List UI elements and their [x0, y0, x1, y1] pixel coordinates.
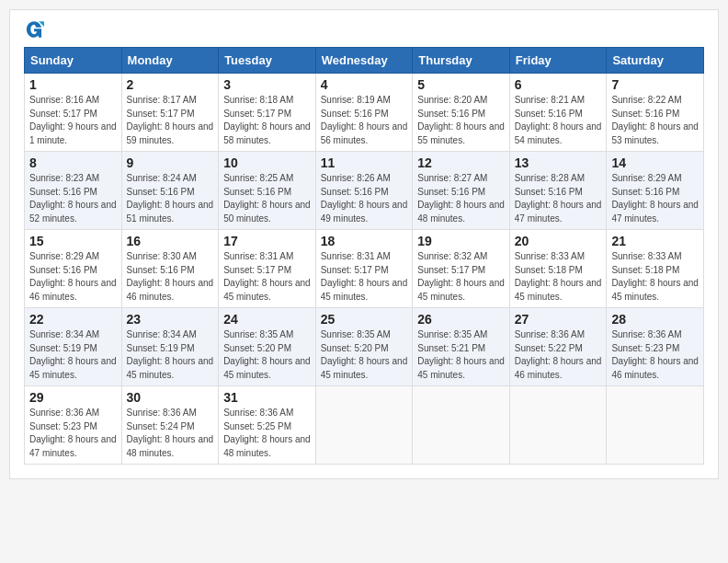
day-number: 21: [611, 234, 699, 248]
day-info: Sunrise: 8:31 AMSunset: 5:17 PMDaylight:…: [223, 250, 311, 304]
day-info: Sunrise: 8:35 AMSunset: 5:20 PMDaylight:…: [223, 328, 311, 382]
day-info: Sunrise: 8:36 AMSunset: 5:25 PMDaylight:…: [223, 407, 311, 460]
calendar-week-row: 22 Sunrise: 8:34 AMSunset: 5:19 PMDaylig…: [25, 308, 704, 386]
day-info: Sunrise: 8:29 AMSunset: 5:16 PMDaylight:…: [611, 172, 699, 225]
calendar-cell: 2 Sunrise: 8:17 AMSunset: 5:17 PMDayligh…: [121, 74, 219, 152]
day-number: 7: [611, 77, 699, 92]
day-info: Sunrise: 8:27 AMSunset: 5:16 PMDaylight:…: [417, 172, 505, 225]
day-info: Sunrise: 8:36 AMSunset: 5:23 PMDaylight:…: [611, 328, 699, 382]
day-number: 12: [417, 155, 505, 170]
logo: [24, 19, 46, 40]
day-info: Sunrise: 8:32 AMSunset: 5:17 PMDaylight:…: [417, 250, 505, 304]
day-info: Sunrise: 8:28 AMSunset: 5:16 PMDaylight:…: [515, 172, 602, 225]
calendar-week-row: 8 Sunrise: 8:23 AMSunset: 5:16 PMDayligh…: [25, 152, 704, 230]
calendar-cell: [315, 386, 413, 465]
calendar-cell: 11 Sunrise: 8:26 AMSunset: 5:16 PMDaylig…: [315, 152, 413, 230]
day-info: Sunrise: 8:31 AMSunset: 5:17 PMDaylight:…: [321, 250, 408, 304]
calendar-table: SundayMondayTuesdayWednesdayThursdayFrid…: [24, 47, 704, 465]
day-number: 3: [223, 77, 311, 92]
calendar-cell: 31 Sunrise: 8:36 AMSunset: 5:25 PMDaylig…: [219, 386, 316, 465]
day-number: 29: [29, 390, 117, 405]
weekday-header-thursday: Thursday: [413, 48, 510, 74]
day-info: Sunrise: 8:23 AMSunset: 5:16 PMDaylight:…: [29, 172, 117, 225]
day-number: 1: [29, 77, 117, 92]
calendar-cell: 7 Sunrise: 8:22 AMSunset: 5:16 PMDayligh…: [607, 74, 704, 152]
day-number: 11: [321, 155, 408, 170]
day-number: 15: [29, 234, 117, 248]
day-number: 17: [223, 234, 311, 248]
calendar-cell: 6 Sunrise: 8:21 AMSunset: 5:16 PMDayligh…: [509, 74, 607, 152]
day-number: 31: [223, 390, 311, 405]
day-number: 30: [127, 390, 214, 405]
day-number: 23: [127, 312, 214, 327]
logo-icon: [24, 19, 44, 40]
day-number: 24: [223, 312, 311, 327]
calendar-cell: 14 Sunrise: 8:29 AMSunset: 5:16 PMDaylig…: [607, 152, 704, 230]
weekday-header-monday: Monday: [121, 48, 219, 74]
calendar-cell: 29 Sunrise: 8:36 AMSunset: 5:23 PMDaylig…: [25, 386, 122, 465]
day-number: 4: [321, 77, 408, 92]
day-info: Sunrise: 8:19 AMSunset: 5:16 PMDaylight:…: [321, 94, 408, 147]
day-info: Sunrise: 8:20 AMSunset: 5:16 PMDaylight:…: [417, 94, 505, 147]
day-info: Sunrise: 8:26 AMSunset: 5:16 PMDaylight:…: [321, 172, 408, 225]
calendar-cell: [413, 386, 510, 465]
calendar-cell: 5 Sunrise: 8:20 AMSunset: 5:16 PMDayligh…: [413, 74, 510, 152]
day-number: 27: [515, 312, 602, 327]
calendar-cell: 13 Sunrise: 8:28 AMSunset: 5:16 PMDaylig…: [509, 152, 607, 230]
calendar-cell: 15 Sunrise: 8:29 AMSunset: 5:16 PMDaylig…: [25, 230, 122, 308]
weekday-header-saturday: Saturday: [607, 48, 704, 74]
calendar-week-row: 29 Sunrise: 8:36 AMSunset: 5:23 PMDaylig…: [25, 386, 704, 465]
day-number: 2: [127, 77, 214, 92]
day-number: 8: [29, 155, 117, 170]
day-info: Sunrise: 8:34 AMSunset: 5:19 PMDaylight:…: [127, 328, 214, 382]
weekday-header-friday: Friday: [509, 48, 607, 74]
day-info: Sunrise: 8:30 AMSunset: 5:16 PMDaylight:…: [127, 250, 214, 304]
calendar-cell: 21 Sunrise: 8:33 AMSunset: 5:18 PMDaylig…: [607, 230, 704, 308]
calendar-cell: [509, 386, 607, 465]
weekday-header-row: SundayMondayTuesdayWednesdayThursdayFrid…: [25, 48, 704, 74]
day-info: Sunrise: 8:35 AMSunset: 5:21 PMDaylight:…: [417, 328, 505, 382]
day-number: 19: [417, 234, 505, 248]
day-info: Sunrise: 8:18 AMSunset: 5:17 PMDaylight:…: [223, 94, 311, 147]
day-number: 28: [611, 312, 699, 327]
day-number: 5: [417, 77, 505, 92]
header-row: [24, 19, 704, 40]
day-number: 16: [127, 234, 214, 248]
calendar-cell: 24 Sunrise: 8:35 AMSunset: 5:20 PMDaylig…: [219, 308, 316, 386]
day-info: Sunrise: 8:36 AMSunset: 5:22 PMDaylight:…: [515, 328, 602, 382]
day-info: Sunrise: 8:36 AMSunset: 5:23 PMDaylight:…: [29, 407, 117, 460]
calendar-cell: 17 Sunrise: 8:31 AMSunset: 5:17 PMDaylig…: [219, 230, 316, 308]
day-number: 26: [417, 312, 505, 327]
day-number: 10: [223, 155, 311, 170]
day-info: Sunrise: 8:16 AMSunset: 5:17 PMDaylight:…: [29, 94, 117, 147]
calendar-container: SundayMondayTuesdayWednesdayThursdayFrid…: [9, 9, 719, 479]
day-number: 20: [515, 234, 602, 248]
day-number: 9: [127, 155, 214, 170]
calendar-cell: 18 Sunrise: 8:31 AMSunset: 5:17 PMDaylig…: [315, 230, 413, 308]
calendar-body: 1 Sunrise: 8:16 AMSunset: 5:17 PMDayligh…: [25, 74, 704, 465]
calendar-cell: 30 Sunrise: 8:36 AMSunset: 5:24 PMDaylig…: [121, 386, 219, 465]
calendar-week-row: 15 Sunrise: 8:29 AMSunset: 5:16 PMDaylig…: [25, 230, 704, 308]
calendar-cell: 26 Sunrise: 8:35 AMSunset: 5:21 PMDaylig…: [413, 308, 510, 386]
calendar-cell: 19 Sunrise: 8:32 AMSunset: 5:17 PMDaylig…: [413, 230, 510, 308]
day-info: Sunrise: 8:33 AMSunset: 5:18 PMDaylight:…: [515, 250, 602, 304]
day-number: 25: [321, 312, 408, 327]
calendar-cell: 23 Sunrise: 8:34 AMSunset: 5:19 PMDaylig…: [121, 308, 219, 386]
weekday-header-sunday: Sunday: [25, 48, 122, 74]
day-info: Sunrise: 8:17 AMSunset: 5:17 PMDaylight:…: [127, 94, 214, 147]
day-info: Sunrise: 8:33 AMSunset: 5:18 PMDaylight:…: [611, 250, 699, 304]
calendar-week-row: 1 Sunrise: 8:16 AMSunset: 5:17 PMDayligh…: [25, 74, 704, 152]
day-info: Sunrise: 8:35 AMSunset: 5:20 PMDaylight:…: [321, 328, 408, 382]
calendar-cell: 12 Sunrise: 8:27 AMSunset: 5:16 PMDaylig…: [413, 152, 510, 230]
calendar-cell: 3 Sunrise: 8:18 AMSunset: 5:17 PMDayligh…: [219, 74, 316, 152]
calendar-cell: 1 Sunrise: 8:16 AMSunset: 5:17 PMDayligh…: [25, 74, 122, 152]
calendar-cell: 22 Sunrise: 8:34 AMSunset: 5:19 PMDaylig…: [25, 308, 122, 386]
calendar-cell: 28 Sunrise: 8:36 AMSunset: 5:23 PMDaylig…: [607, 308, 704, 386]
calendar-cell: 16 Sunrise: 8:30 AMSunset: 5:16 PMDaylig…: [121, 230, 219, 308]
day-number: 22: [29, 312, 117, 327]
day-number: 14: [611, 155, 699, 170]
day-info: Sunrise: 8:25 AMSunset: 5:16 PMDaylight:…: [223, 172, 311, 225]
day-info: Sunrise: 8:29 AMSunset: 5:16 PMDaylight:…: [29, 250, 117, 304]
day-info: Sunrise: 8:34 AMSunset: 5:19 PMDaylight:…: [29, 328, 117, 382]
calendar-cell: [607, 386, 704, 465]
